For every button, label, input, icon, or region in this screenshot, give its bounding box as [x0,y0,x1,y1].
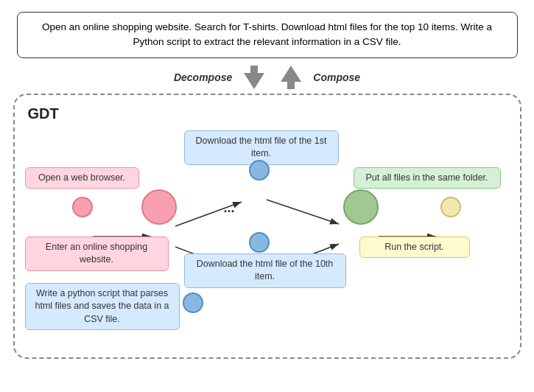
circle-top-blue [249,160,270,181]
svg-marker-2 [281,66,301,82]
gdt-container: GDT Download the html file of the 1st it… [13,94,521,359]
label-put-all-files: Put all files in the same folder. [354,167,501,189]
arrows-row: Decompose Compose [174,66,360,89]
svg-line-8 [267,200,339,224]
svg-rect-3 [287,80,295,89]
circle-green-large [343,189,379,225]
task-text: Open an online shopping website. Search … [42,21,492,47]
circle-yellow-end [440,197,461,217]
decompose-arrow [239,66,269,89]
svg-marker-0 [244,73,264,89]
compose-arrow [276,66,306,89]
label-run-script: Run the script. [359,237,470,259]
svg-rect-1 [250,66,258,74]
circle-center-pink [141,189,177,225]
decompose-label: Decompose [174,71,232,83]
task-box: Open an online shopping website. Search … [17,12,518,58]
circle-python-standalone [183,293,203,313]
gdt-label: GDT [28,105,507,122]
label-enter-online: Enter an online shopping website. [25,237,169,271]
ellipsis-label: ... [224,200,235,216]
compose-label: Compose [313,71,360,83]
label-download-10th: Download the html file of the 10th item. [184,253,346,288]
circle-bottom-blue [249,232,270,253]
circle-start-small [72,197,93,217]
label-open-browser: Open a web browser. [25,167,139,189]
label-write-python: Write a python script that parses html f… [25,283,180,331]
